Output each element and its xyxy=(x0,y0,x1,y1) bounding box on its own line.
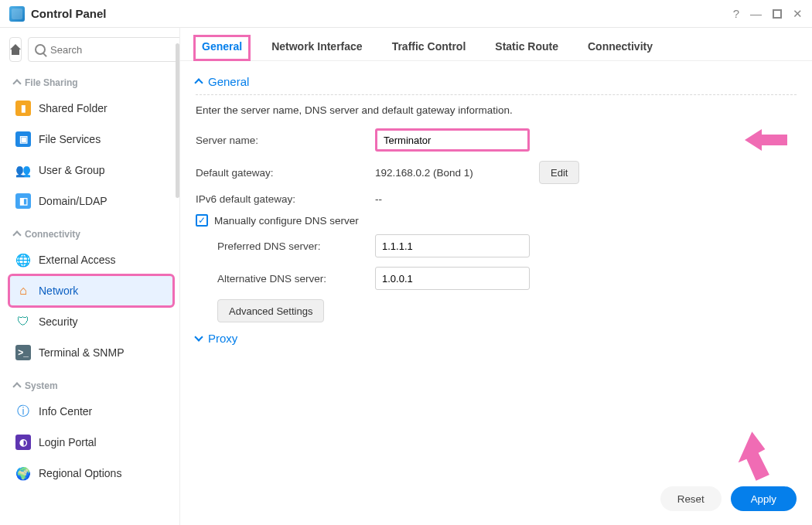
sidebar-item-shared-folder[interactable]: ▮Shared Folder xyxy=(9,93,173,124)
sidebar-item-info-center[interactable]: ⓘInfo Center xyxy=(9,396,173,427)
ipv6-gateway-label: IPv6 default gateway: xyxy=(196,193,366,205)
sidebar-item-file-services[interactable]: ▣File Services xyxy=(9,124,173,155)
chevron-up-icon xyxy=(194,78,203,87)
file-services-icon: ▣ xyxy=(15,131,31,147)
intro-text: Enter the server name, DNS server and de… xyxy=(196,104,797,116)
sidebar-item-label: External Access xyxy=(39,254,116,266)
accordion-proxy[interactable]: Proxy xyxy=(196,332,797,351)
maximize-icon[interactable] xyxy=(773,9,782,19)
annotation-arrow-icon xyxy=(745,124,791,155)
sidebar-item-network[interactable]: ⌂Network xyxy=(9,275,173,306)
sidebar: File Sharing ▮Shared Folder ▣File Servic… xyxy=(0,28,179,525)
annotation-arrow-icon xyxy=(727,429,781,491)
window-title: Control Panel xyxy=(31,7,733,20)
sidebar-item-domain-ldap[interactable]: ◧Domain/LDAP xyxy=(9,186,173,216)
sidebar-item-label: Info Center xyxy=(39,405,92,418)
sidebar-item-label: Network xyxy=(39,285,78,297)
chevron-up-icon xyxy=(12,382,21,390)
section-file-sharing[interactable]: File Sharing xyxy=(9,73,173,93)
tab-traffic-control[interactable]: Traffic Control xyxy=(384,36,474,60)
svg-marker-0 xyxy=(745,129,787,151)
info-icon: ⓘ xyxy=(15,404,31,419)
sidebar-item-label: User & Group xyxy=(39,164,105,176)
sidebar-item-label: Login Portal xyxy=(39,436,97,448)
alternative-dns-label: Alternative DNS server: xyxy=(217,273,366,285)
sidebar-item-label: File Services xyxy=(39,133,101,145)
section-connectivity[interactable]: Connectivity xyxy=(9,224,173,244)
search-input-wrapper[interactable] xyxy=(28,37,179,62)
preferred-dns-label: Preferred DNS server: xyxy=(217,240,366,252)
network-icon: ⌂ xyxy=(15,283,31,298)
reset-button[interactable]: Reset xyxy=(660,486,722,511)
search-icon xyxy=(35,44,46,55)
sidebar-item-user-group[interactable]: 👥User & Group xyxy=(9,155,173,186)
tab-general[interactable]: General xyxy=(194,36,250,60)
sidebar-item-login-portal[interactable]: ◐Login Portal xyxy=(9,427,173,458)
terminal-icon: >_ xyxy=(15,345,31,360)
folder-icon: ▮ xyxy=(15,101,31,116)
sidebar-item-terminal-snmp[interactable]: >_Terminal & SNMP xyxy=(9,337,173,368)
tab-network-interface[interactable]: Network Interface xyxy=(264,36,370,60)
default-gateway-value: 192.168.0.2 (Bond 1) xyxy=(375,167,530,179)
alternative-dns-input[interactable] xyxy=(375,267,530,290)
home-button[interactable] xyxy=(9,37,22,62)
users-icon: 👥 xyxy=(15,162,31,178)
sidebar-item-security[interactable]: 🛡Security xyxy=(9,306,173,337)
sidebar-item-label: Terminal & SNMP xyxy=(39,346,124,359)
globe-icon: 🌐 xyxy=(15,252,31,268)
shield-icon: 🛡 xyxy=(15,314,31,329)
domain-icon: ◧ xyxy=(15,193,31,209)
footer: Reset Apply xyxy=(180,472,812,525)
home-icon xyxy=(10,44,21,55)
search-input[interactable] xyxy=(50,44,179,56)
sidebar-item-label: Regional Options xyxy=(39,467,121,479)
svg-marker-2 xyxy=(736,431,775,482)
sidebar-item-external-access[interactable]: 🌐External Access xyxy=(9,244,173,275)
chevron-down-icon xyxy=(194,332,203,341)
accordion-title: Proxy xyxy=(208,332,237,345)
accordion-title: General xyxy=(208,75,249,88)
help-icon[interactable]: ? xyxy=(733,8,739,19)
manual-dns-label: Manually configure DNS server xyxy=(214,215,359,227)
section-system[interactable]: System xyxy=(9,376,173,396)
sidebar-item-regional-options[interactable]: 🌍Regional Options xyxy=(9,458,173,489)
sidebar-item-label: Security xyxy=(39,315,78,328)
edit-gateway-button[interactable]: Edit xyxy=(539,161,579,184)
minimize-icon[interactable]: — xyxy=(750,8,762,19)
server-name-label: Server name: xyxy=(196,135,366,146)
chevron-up-icon xyxy=(12,230,21,239)
sidebar-item-label: Shared Folder xyxy=(39,102,107,114)
tabs: General Network Interface Traffic Contro… xyxy=(180,28,812,61)
advanced-settings-button[interactable]: Advanced Settings xyxy=(217,299,324,322)
preferred-dns-input[interactable] xyxy=(375,234,530,257)
regional-icon: 🌍 xyxy=(15,465,31,481)
login-portal-icon: ◐ xyxy=(15,435,31,450)
tab-static-route[interactable]: Static Route xyxy=(487,36,566,60)
content-area: General Network Interface Traffic Contro… xyxy=(179,28,812,525)
default-gateway-label: Default gateway: xyxy=(196,167,366,179)
manual-dns-checkbox-row[interactable]: ✓ Manually configure DNS server xyxy=(196,214,797,227)
accordion-general[interactable]: General xyxy=(196,75,797,95)
chevron-up-icon xyxy=(12,79,21,87)
titlebar: Control Panel ? — ✕ xyxy=(0,0,812,28)
ipv6-gateway-value: -- xyxy=(375,193,530,205)
checkbox-checked-icon: ✓ xyxy=(196,214,208,227)
server-name-input[interactable] xyxy=(375,128,530,152)
tab-connectivity[interactable]: Connectivity xyxy=(580,36,660,60)
close-icon[interactable]: ✕ xyxy=(793,8,803,19)
sidebar-item-label: Domain/LDAP xyxy=(39,195,107,207)
app-icon xyxy=(9,6,25,22)
